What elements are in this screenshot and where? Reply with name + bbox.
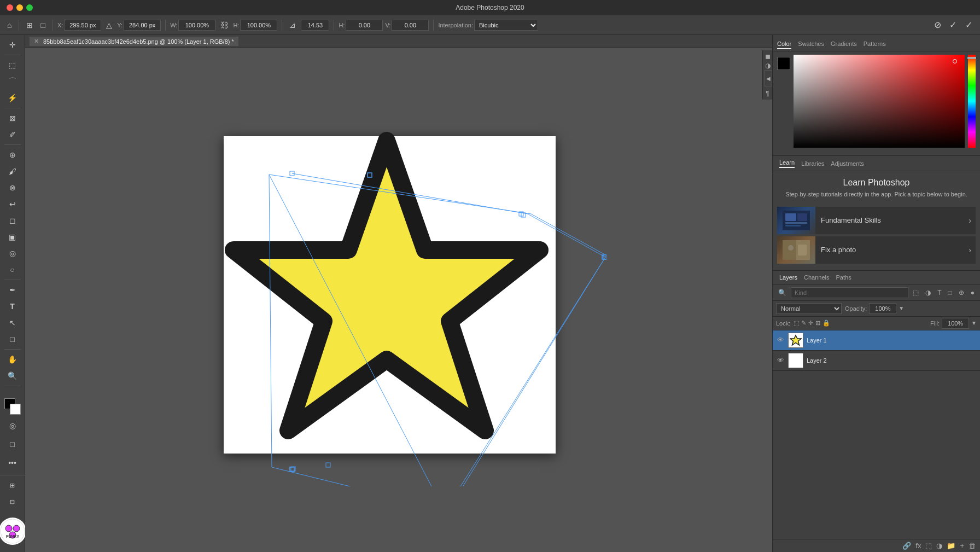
y-input[interactable] (124, 20, 161, 31)
layer-1-visibility-toggle[interactable]: 👁 (776, 336, 785, 344)
link-icon[interactable]: ⛓ (218, 19, 231, 31)
rectangular-marquee-tool[interactable]: ⬚ (4, 57, 21, 73)
lock-pixels-icon[interactable]: ✎ (801, 319, 806, 327)
zoom-tool[interactable]: 🔍 (4, 368, 21, 384)
canvas-tab[interactable]: ✕ 85bbb8a5eaf1c30aaaac3bf42e6d4eb5.png @… (30, 37, 238, 46)
home-icon[interactable]: ⌂ (4, 19, 14, 31)
tab-color[interactable]: Color (777, 39, 791, 49)
blur-tool[interactable]: ◎ (4, 246, 21, 261)
blend-mode-select[interactable]: Normal Dissolve Multiply Screen (776, 303, 842, 314)
transform-icon[interactable]: ⊞ (24, 19, 36, 31)
link-layers-button[interactable]: 🔗 (902, 542, 911, 550)
crop-tool[interactable]: ⊠ (4, 111, 21, 126)
frames-button[interactable]: ⊞ (4, 478, 21, 493)
lock-artboard-icon[interactable]: ⊞ (815, 319, 820, 327)
tab-swatches[interactable]: Swatches (798, 39, 824, 49)
magic-wand-tool[interactable]: ⚡ (4, 90, 21, 106)
text-tool[interactable]: T (4, 299, 21, 314)
tab-patterns[interactable]: Patterns (864, 39, 886, 49)
quick-mask-button[interactable]: ◎ (4, 418, 21, 433)
panel-collapse-toggle[interactable]: ◀ (765, 70, 772, 86)
lasso-tool[interactable]: ⌒ (4, 74, 21, 89)
layer-list: 👁 Layer 1 👁 Layer 2 (773, 330, 980, 539)
interpolation-select[interactable]: Bicubic Bilinear Nearest Neighbor (474, 20, 538, 31)
x-input[interactable] (64, 20, 101, 31)
layer-item-1[interactable]: 👁 Layer 1 (773, 330, 980, 351)
filter-on-icon[interactable]: ● (969, 288, 977, 298)
minimize-button[interactable] (16, 4, 23, 11)
fill-dropdown-icon[interactable]: ▼ (971, 320, 977, 326)
dodge-tool[interactable]: ○ (4, 262, 21, 277)
history-brush-tool[interactable]: ↩ (4, 196, 21, 212)
learn-card-fundamental[interactable]: Fundamental Skills › (777, 207, 976, 234)
eyedropper-tool[interactable]: ✐ (4, 127, 21, 142)
background-color[interactable] (10, 404, 21, 415)
tab-close-icon[interactable]: ✕ (34, 38, 39, 45)
adjustments-icon-strip[interactable]: ◑ (764, 62, 771, 69)
opacity-dropdown-icon[interactable]: ▼ (899, 305, 904, 311)
delete-layer-button[interactable]: 🗑 (969, 542, 976, 550)
gradient-tool[interactable]: ▣ (4, 229, 21, 245)
lock-all-icon[interactable]: 🔒 (822, 319, 830, 327)
learn-desc: Step-by-step tutorials directly in the a… (773, 190, 980, 205)
free-transform-icon[interactable]: □ (38, 19, 48, 31)
layers-search-input[interactable] (791, 287, 908, 298)
fill-input[interactable] (942, 318, 969, 329)
timeline-button[interactable]: ⊟ (4, 494, 21, 509)
tab-adjustments[interactable]: Adjustments (831, 160, 864, 167)
h-input[interactable] (240, 20, 277, 31)
pen-tool[interactable]: ✒ (4, 282, 21, 298)
add-group-button[interactable]: 📁 (947, 542, 955, 550)
tab-channels[interactable]: Channels (804, 274, 829, 281)
extra-tools[interactable]: ••• (4, 455, 21, 470)
opacity-input[interactable] (869, 303, 896, 314)
tab-gradients[interactable]: Gradients (831, 39, 857, 49)
layer-adjust-icon[interactable]: ◑ (923, 288, 933, 298)
warp-icon[interactable]: ⊘ (931, 18, 944, 32)
brush-tool[interactable]: 🖌 (4, 164, 21, 179)
tab-libraries[interactable]: Libraries (801, 160, 824, 167)
canvas-area: ✕ 85bbb8a5eaf1c30aaaac3bf42e6d4eb5.png @… (25, 35, 772, 552)
path-select-tool[interactable]: ↖ (4, 315, 21, 330)
healing-brush-tool[interactable]: ⊕ (4, 147, 21, 162)
layer-item-2[interactable]: 👁 Layer 2 (773, 351, 980, 371)
clone-stamp-tool[interactable]: ⊗ (4, 180, 21, 195)
hue-slider[interactable] (968, 55, 976, 148)
cancel-transform-button[interactable]: ✓ (946, 19, 960, 31)
close-button[interactable] (7, 4, 13, 11)
layer-smart-icon[interactable]: ⊕ (956, 288, 966, 298)
fixphoto-thumb (777, 236, 815, 264)
move-tool[interactable]: ✛ (4, 37, 21, 53)
v-input[interactable] (392, 20, 429, 31)
lock-icons: ⬚ ✎ ✛ ⊞ 🔒 (794, 319, 830, 327)
layer-shape-icon[interactable]: □ (946, 288, 954, 298)
add-adjustment-button[interactable]: ◑ (936, 542, 942, 550)
layer-2-visibility-toggle[interactable]: 👁 (776, 356, 785, 364)
lock-position-icon[interactable]: ✛ (808, 319, 813, 327)
filter-icon[interactable]: 🔍 (776, 288, 789, 298)
properties-icon[interactable]: ◼ (764, 53, 771, 60)
para-icon[interactable]: ¶ (764, 90, 771, 97)
color-gradient-picker[interactable] (794, 55, 965, 148)
maximize-button[interactable] (26, 4, 33, 11)
commit-transform-button[interactable]: ✓ (962, 19, 976, 31)
color-swatch-fg[interactable] (777, 57, 790, 70)
angle-input[interactable] (301, 20, 329, 31)
screen-mode-button[interactable]: □ (4, 437, 21, 452)
eraser-tool[interactable]: ◻ (4, 213, 21, 228)
add-layer-style-button[interactable]: fx (915, 542, 921, 550)
layer-pixels-icon[interactable]: ⬚ (911, 288, 921, 298)
new-layer-button[interactable]: + (960, 542, 964, 550)
h2-input[interactable] (346, 20, 383, 31)
lock-transparent-icon[interactable]: ⬚ (794, 319, 799, 327)
learn-card-fixphoto[interactable]: Fix a photo › (777, 236, 976, 264)
tab-paths[interactable]: Paths (836, 274, 851, 281)
layer-text-icon[interactable]: T (935, 288, 943, 298)
w-input[interactable] (178, 20, 215, 31)
tab-layers[interactable]: Layers (779, 274, 797, 281)
canvas-container[interactable]: ✛ (25, 48, 772, 552)
shape-tool[interactable]: □ (4, 332, 21, 347)
hand-tool[interactable]: ✋ (4, 352, 21, 367)
add-mask-button[interactable]: ⬚ (925, 542, 932, 550)
tab-learn[interactable]: Learn (779, 159, 795, 168)
